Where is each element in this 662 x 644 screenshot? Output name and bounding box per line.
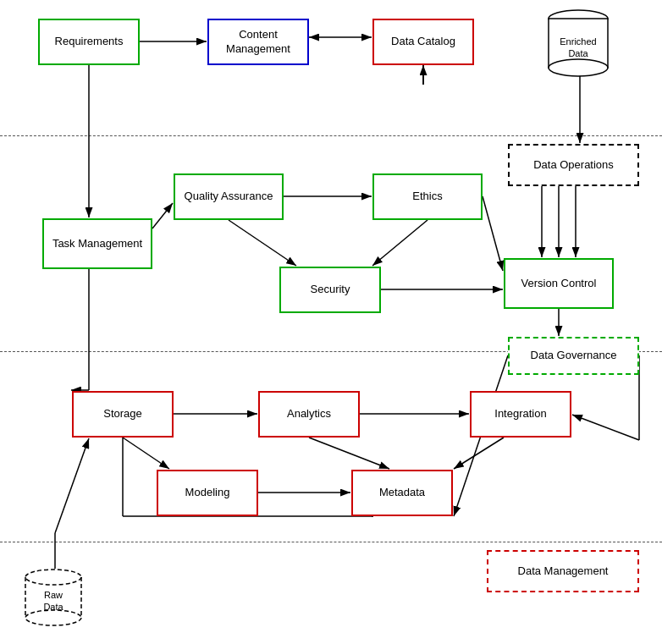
svg-line-12 [483,196,503,271]
requirements-node: Requirements [38,19,140,65]
data-catalog-node: Data Catalog [372,19,474,65]
svg-text:Raw: Raw [44,590,63,600]
enriched-data-node: Enriched Data [540,7,616,83]
data-operations-node: Data Operations [508,144,639,186]
svg-text:Enriched: Enriched [560,36,596,47]
raw-data-node: Raw Data [15,567,91,635]
svg-line-24 [454,438,504,469]
svg-line-33 [55,438,89,533]
svg-point-36 [549,59,608,76]
data-management-node: Data Management [487,550,639,592]
ethics-node: Ethics [372,173,483,220]
separator-3 [0,542,662,542]
svg-line-22 [123,438,169,469]
svg-line-30 [572,415,639,440]
storage-node: Storage [72,391,174,438]
svg-line-11 [372,220,428,266]
quality-assurance-node: Quality Assurance [174,173,284,220]
svg-text:Data: Data [568,48,588,58]
svg-point-39 [25,570,81,585]
modeling-node: Modeling [157,470,258,516]
version-control-node: Version Control [504,258,614,309]
integration-node: Integration [470,391,571,438]
raw-data-cylinder: Raw Data [19,567,87,635]
svg-point-42 [25,610,81,625]
svg-line-23 [309,438,389,469]
svg-text:Data: Data [43,602,63,612]
metadata-node: Metadata [351,470,453,516]
svg-line-8 [152,203,173,228]
separator-1 [0,135,662,136]
data-governance-node: Data Governance [508,337,639,375]
security-node: Security [279,267,381,313]
task-management-node: Task Management [42,218,152,269]
arrows-layer [0,0,662,644]
enriched-data-cylinder: Enriched Data [544,7,612,83]
content-management-node: ContentManagement [207,19,309,65]
diagram: Requirements ContentManagement Data Cata… [0,0,662,644]
svg-line-10 [229,220,296,266]
analytics-node: Analytics [258,391,360,438]
